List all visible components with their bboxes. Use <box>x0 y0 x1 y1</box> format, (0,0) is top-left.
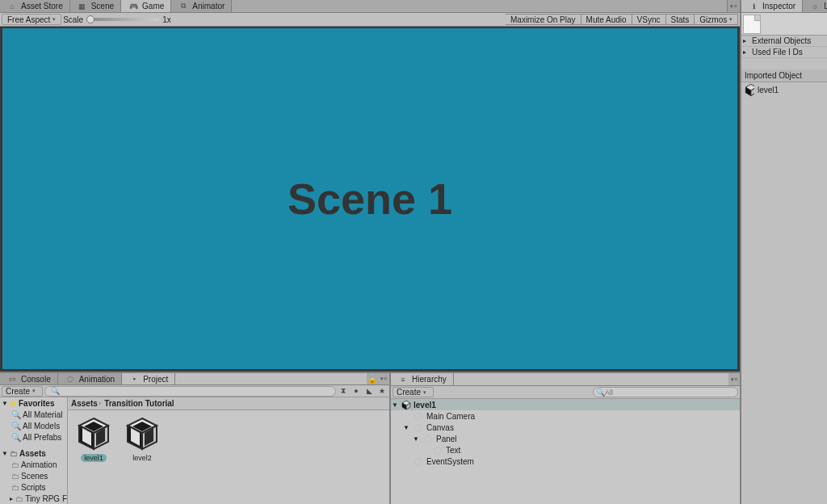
mute-audio-toggle[interactable]: Mute Audio <box>581 14 632 25</box>
object-name: level1 <box>758 86 779 94</box>
tree-label: All Models <box>23 422 60 430</box>
info-icon: ℹ <box>748 1 759 12</box>
imported-object-row[interactable]: level1 <box>741 82 827 97</box>
scale-label: Scale <box>63 15 83 24</box>
asset-level1[interactable]: level1 <box>73 415 115 462</box>
slider-thumb[interactable] <box>86 15 94 23</box>
bc-label: Assets <box>71 399 98 408</box>
favorites-all-models[interactable]: 🔍All Models <box>0 420 67 431</box>
maximize-on-play-toggle[interactable]: Maximize On Play <box>506 14 581 25</box>
asset-grid: level1 level2 <box>68 410 389 504</box>
scale-slider[interactable] <box>86 18 159 21</box>
scene-title-text: Scene 1 <box>288 174 452 224</box>
tab-label: Animation <box>79 375 115 384</box>
tab-asset-store[interactable]: ⌂Asset Store <box>0 0 70 12</box>
lock-icon[interactable]: 🔒 <box>367 373 378 384</box>
btn-label: Maximize On Play <box>510 15 576 24</box>
breadcrumb-current[interactable]: Transition Tutorial <box>104 399 174 408</box>
game-toolbar: Free Aspect ▾ Scale 1x Maximize On Play … <box>0 13 740 27</box>
project-icon: ▪ <box>128 373 140 384</box>
project-tree: ▼★Favorites 🔍All Material 🔍All Models 🔍A… <box>0 397 68 504</box>
project-search-input[interactable]: 🔍 <box>44 386 336 397</box>
favorites-header[interactable]: ▼★Favorites <box>0 397 67 409</box>
folder-icon: 🗀 <box>11 472 19 481</box>
search-icon: 🔍 <box>50 385 61 397</box>
tab-scene[interactable]: ▦Scene <box>70 0 121 12</box>
filter-label-icon[interactable]: ◣ <box>363 385 375 397</box>
favorites-all-materials[interactable]: 🔍All Material <box>0 409 67 420</box>
project-subtoolbar: Create ▾ 🔍 ⧗ ● ◣ ★ <box>0 385 389 397</box>
btn-label: VSync <box>637 15 661 24</box>
folder-scripts[interactable]: 🗀Scripts <box>0 481 67 493</box>
row-label: EventSystem <box>426 457 474 466</box>
inspector-used-file-ids[interactable]: ▸Used File I Ds <box>741 47 827 58</box>
hierarchy-eventsystem[interactable]: ◯EventSystem <box>391 456 740 467</box>
tab-hierarchy[interactable]: ≡Hierarchy <box>391 373 454 385</box>
tab-animator[interactable]: ⧉Animator <box>171 0 232 12</box>
tree-label: Assets <box>19 449 46 458</box>
game-icon: 🎮 <box>128 1 139 12</box>
tree-label: All Prefabs <box>23 433 61 442</box>
hierarchy-search-input[interactable]: 🔍All <box>593 387 738 397</box>
inspector-tab-bar: ℹInspector ☼Lightin <box>741 0 827 13</box>
tab-animation[interactable]: ◌Animation <box>58 373 122 384</box>
aspect-dropdown[interactable]: Free Aspect ▾ <box>2 14 61 25</box>
inspector-preview <box>741 13 827 36</box>
unity-scene-icon <box>745 85 754 94</box>
hierarchy-tree: ▼level1 ◯Main Camera ▼◯Canvas ▼◯Panel ◯T… <box>391 399 740 504</box>
folder-scenes[interactable]: 🗀Scenes <box>0 470 67 481</box>
row-label: Canvas <box>426 423 454 432</box>
vsync-toggle[interactable]: VSync <box>632 14 666 25</box>
tree-label: Tiny RPG F <box>25 494 67 503</box>
aspect-label: Free Aspect <box>7 15 50 24</box>
filter-star-icon[interactable]: ★ <box>376 385 388 397</box>
game-surface[interactable]: Scene 1 <box>2 28 737 369</box>
assets-header[interactable]: ▼🗀Assets <box>0 447 67 459</box>
folder-animation[interactable]: 🗀Animation <box>0 459 67 470</box>
tab-label: Lightin <box>824 2 827 10</box>
hierarchy-main-camera[interactable]: ◯Main Camera <box>391 410 740 422</box>
gizmos-dropdown[interactable]: Gizmos ▾ <box>695 14 738 25</box>
hierarchy-panel-item[interactable]: ▼◯Panel <box>391 433 740 444</box>
breadcrumb-root[interactable]: Assets› <box>71 399 101 408</box>
row-label: Used File I Ds <box>752 48 803 57</box>
hierarchy-create-dropdown[interactable]: Create ▾ <box>393 387 434 397</box>
tab-lighting[interactable]: ☼Lightin <box>803 0 827 12</box>
folder-icon: 🗀 <box>10 449 18 458</box>
folder-tiny-rpg[interactable]: ▸🗀Tiny RPG F <box>0 493 67 504</box>
filter-favorites-icon[interactable]: ⧗ <box>338 385 349 397</box>
tab-label: Project <box>143 375 168 384</box>
document-icon <box>743 15 761 34</box>
hierarchy-canvas[interactable]: ▼◯Canvas <box>391 422 740 433</box>
project-create-dropdown[interactable]: Create ▾ <box>2 386 43 397</box>
panel-menu[interactable]: ▾≡ <box>378 373 389 384</box>
animation-icon: ◌ <box>65 373 76 384</box>
tree-label: Scripts <box>21 483 46 492</box>
asset-level2[interactable]: level2 <box>121 415 163 462</box>
row-label: Panel <box>436 435 457 443</box>
create-label: Create <box>6 387 30 396</box>
hierarchy-panel: ≡Hierarchy ▾≡ Create ▾ 🔍All ▼level1 ◯Mai… <box>391 373 740 504</box>
row-label: Text <box>446 446 460 455</box>
search-icon: 🔍 <box>11 410 21 419</box>
favorites-all-prefabs[interactable]: 🔍All Prefabs <box>0 431 67 443</box>
hierarchy-tab-bar: ≡Hierarchy ▾≡ <box>391 373 740 386</box>
tree-label: Animation <box>21 460 57 469</box>
tab-overflow-menu[interactable]: ▾≡ <box>727 0 740 12</box>
stats-toggle[interactable]: Stats <box>666 14 695 25</box>
filter-type-icon[interactable]: ● <box>351 385 362 397</box>
hierarchy-text[interactable]: ◯Text <box>391 444 740 456</box>
tab-project[interactable]: ▪Project <box>122 373 175 384</box>
scale-value: 1x <box>162 15 171 24</box>
store-icon: ⌂ <box>6 1 18 12</box>
gameobject-icon: ◯ <box>432 444 443 456</box>
tab-game[interactable]: 🎮Game <box>121 0 171 12</box>
panel-menu[interactable]: ▾≡ <box>728 373 740 385</box>
hierarchy-scene-level1[interactable]: ▼level1 <box>391 399 740 410</box>
inspector-external-objects[interactable]: ▸External Objects <box>741 36 827 47</box>
tab-console[interactable]: ▭Console <box>0 373 58 384</box>
tab-label: Animator <box>192 2 225 10</box>
lighting-icon: ☼ <box>809 1 821 12</box>
tab-inspector[interactable]: ℹInspector <box>741 0 803 12</box>
inspector-panel: ℹInspector ☼Lightin ▸External Objects ▸U… <box>741 0 827 504</box>
